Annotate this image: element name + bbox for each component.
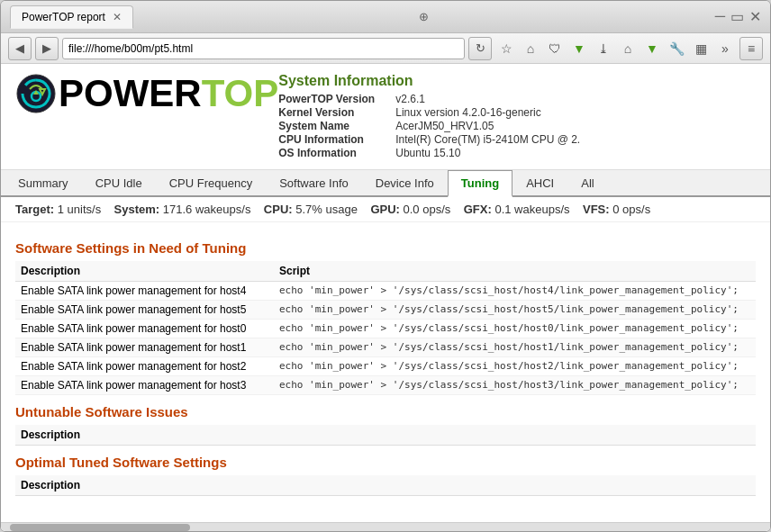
sysinfo-row-4: OS Information Ubuntu 15.10 — [278, 147, 756, 159]
tab-summary[interactable]: Summary — [5, 170, 82, 197]
gfx-label: GFX: — [464, 203, 492, 216]
tuning-row-desc-1: Enable SATA link power management for ho… — [15, 301, 274, 320]
tuning-row: Enable SATA link power management for ho… — [15, 282, 756, 301]
screen-icon[interactable]: ▦ — [690, 38, 712, 59]
browser-window: PowerTOP report ✕ ⊕ ─ ▭ ✕ ◀ ▶ ↻ ☆ ⌂ 🛡 ▼ … — [0, 0, 771, 532]
logo-area: POWERTOP — [15, 73, 278, 114]
sysinfo-label-0: PowerTOP Version — [278, 93, 395, 105]
tuning-row-script-2: echo 'min_power' > '/sys/class/scsi_host… — [274, 320, 756, 338]
main-content: Software Settings in Need of Tuning Desc… — [1, 222, 770, 522]
home-icon[interactable]: ⌂ — [520, 38, 541, 59]
target-label: Target: — [15, 203, 54, 216]
tab-cpu-idle[interactable]: CPU Idle — [82, 170, 156, 197]
tab-ahci[interactable]: AHCI — [512, 170, 567, 197]
sysinfo-value-2: AcerJM50_HRV1.05 — [395, 120, 494, 132]
bookmark-star-icon[interactable]: ☆ — [495, 38, 517, 59]
tuning-row-script-3: echo 'min_power' > '/sys/class/scsi_host… — [274, 338, 756, 357]
shield-icon[interactable]: 🛡 — [544, 38, 566, 59]
scrollbar-thumb[interactable] — [10, 524, 190, 531]
tab-tuning[interactable]: Tuning — [448, 170, 512, 197]
close-button[interactable]: ✕ — [749, 8, 761, 25]
forward-button[interactable]: ▶ — [35, 37, 59, 60]
sysinfo-row-1: Kernel Version Linux version 4.2.0-16-ge… — [278, 106, 756, 119]
sysinfo-label-1: Kernel Version — [278, 106, 395, 119]
tools-icon[interactable]: 🔧 — [666, 38, 687, 59]
logo: POWERTOP — [15, 73, 278, 114]
download-icon[interactable]: ▼ — [568, 38, 590, 59]
sysinfo-row-0: PowerTOP Version v2.6.1 — [278, 93, 756, 105]
nav-tabs: Summary CPU Idle CPU Frequency Software … — [1, 170, 770, 197]
optimal-table: Description — [15, 475, 756, 496]
tuning-table: Description Script Enable SATA link powe… — [15, 261, 756, 395]
tuning-row: Enable SATA link power management for ho… — [15, 376, 756, 395]
untunable-col-desc: Description — [15, 425, 756, 446]
target-value: 1 units/s — [58, 203, 101, 216]
tuning-row-script-5: echo 'min_power' > '/sys/class/scsi_host… — [274, 376, 756, 395]
page-header: POWERTOP System Information PowerTOP Ver… — [1, 64, 770, 170]
sysinfo-row-2: System Name AcerJM50_HRV1.05 — [278, 120, 756, 132]
title-bar: PowerTOP report ✕ ⊕ ─ ▭ ✕ — [1, 1, 770, 33]
green-arrow-icon[interactable]: ▼ — [641, 38, 663, 59]
tab-software-info[interactable]: Software Info — [266, 170, 362, 197]
back-button[interactable]: ◀ — [8, 37, 32, 60]
system-info-title: System Information — [278, 73, 756, 89]
tuning-row: Enable SATA link power management for ho… — [15, 320, 756, 338]
tab-device-info[interactable]: Device Info — [362, 170, 448, 197]
logo-top-text: TOP — [202, 75, 279, 113]
menu-button[interactable]: ≡ — [739, 37, 763, 60]
horizontal-scrollbar[interactable] — [1, 522, 770, 531]
new-tab-button[interactable]: ⊕ — [419, 10, 429, 23]
gpu-value: 0.0 ops/s — [404, 203, 451, 216]
tab-all[interactable]: All — [567, 170, 607, 197]
tab-close-button[interactable]: ✕ — [113, 11, 122, 23]
toolbar-icons: ☆ ⌂ 🛡 ▼ ⤓ ⌂ ▼ 🔧 ▦ » — [495, 38, 736, 59]
browser-tab[interactable]: PowerTOP report ✕ — [10, 5, 133, 29]
sysinfo-value-0: v2.6.1 — [395, 93, 425, 105]
untunable-section-title: Untunable Software Issues — [15, 404, 756, 419]
home2-icon[interactable]: ⌂ — [617, 38, 639, 59]
toolbar: ◀ ▶ ↻ ☆ ⌂ 🛡 ▼ ⤓ ⌂ ▼ 🔧 ▦ » ≡ — [1, 33, 770, 64]
address-bar[interactable] — [62, 38, 465, 59]
minimize-button[interactable]: ─ — [715, 8, 725, 25]
gpu-label: GPU: — [370, 203, 400, 216]
tuning-row-desc-2: Enable SATA link power management for ho… — [15, 320, 274, 338]
sysinfo-label-2: System Name — [278, 120, 395, 132]
sysinfo-label-3: CPU Information — [278, 133, 395, 146]
page-content: POWERTOP System Information PowerTOP Ver… — [1, 64, 770, 531]
sysinfo-value-4: Ubuntu 15.10 — [395, 147, 460, 159]
tuning-section-title: Software Settings in Need of Tuning — [15, 240, 756, 256]
gfx-value: 0.1 wakeups/s — [494, 203, 569, 216]
tuning-row-script-4: echo 'min_power' > '/sys/class/scsi_host… — [274, 357, 756, 376]
vfs-value: 0 ops/s — [612, 203, 650, 216]
tuning-row: Enable SATA link power management for ho… — [15, 357, 756, 376]
logo-power-text: POWER — [59, 75, 202, 113]
system-label: System: — [114, 203, 160, 216]
optimal-section-title: Optimal Tuned Software Settings — [15, 455, 756, 470]
logo-icon — [15, 73, 57, 114]
system-value: 171.6 wakeups/s — [163, 203, 251, 216]
more-tools-icon[interactable]: » — [714, 38, 736, 59]
optimal-col-desc: Description — [15, 475, 756, 496]
cpu-label: CPU: — [264, 203, 293, 216]
sysinfo-row-3: CPU Information Intel(R) Core(TM) i5-241… — [278, 133, 756, 146]
reload-button[interactable]: ↻ — [468, 37, 492, 60]
tuning-row-script-1: echo 'min_power' > '/sys/class/scsi_host… — [274, 301, 756, 320]
tuning-row-desc-0: Enable SATA link power management for ho… — [15, 282, 274, 301]
system-info-panel: System Information PowerTOP Version v2.6… — [278, 73, 756, 160]
tuning-col-desc: Description — [15, 261, 274, 282]
restore-button[interactable]: ▭ — [730, 8, 744, 25]
tuning-row-desc-4: Enable SATA link power management for ho… — [15, 357, 274, 376]
tab-cpu-frequency[interactable]: CPU Frequency — [156, 170, 266, 197]
sysinfo-label-4: OS Information — [278, 147, 395, 159]
sysinfo-value-1: Linux version 4.2.0-16-generic — [395, 106, 540, 119]
stats-bar: Target: 1 units/s System: 171.6 wakeups/… — [1, 197, 770, 222]
tuning-row-script-0: echo 'min_power' > '/sys/class/scsi_host… — [274, 282, 756, 301]
sysinfo-value-3: Intel(R) Core(TM) i5-2410M CPU @ 2. — [395, 133, 580, 146]
tab-title: PowerTOP report — [22, 11, 105, 23]
vfs-label: VFS: — [583, 203, 610, 216]
download2-icon[interactable]: ⤓ — [593, 38, 614, 59]
tuning-col-script: Script — [274, 261, 756, 282]
tuning-row: Enable SATA link power management for ho… — [15, 301, 756, 320]
tuning-row: Enable SATA link power management for ho… — [15, 338, 756, 357]
system-info-table: PowerTOP Version v2.6.1 Kernel Version L… — [278, 93, 756, 159]
